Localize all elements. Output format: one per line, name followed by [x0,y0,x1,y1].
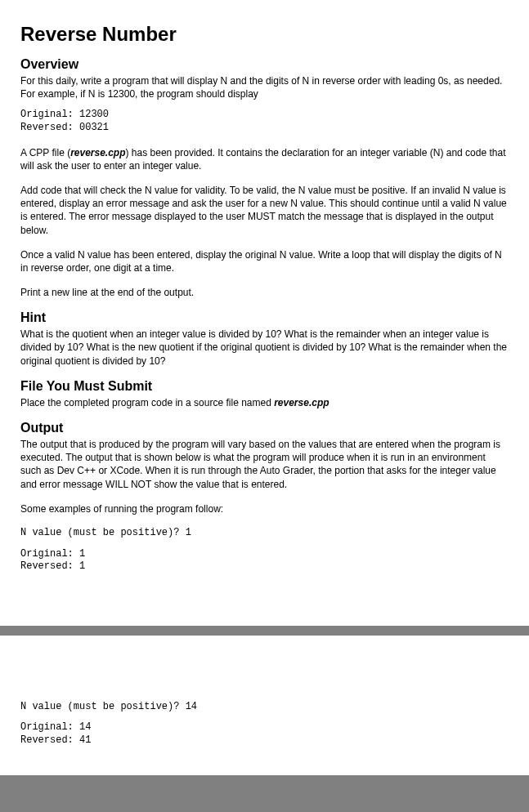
output-example-1-output: Original: 1 Reversed: 1 [20,548,509,573]
overview-code-example: Original: 12300 Reversed: 00321 [20,109,509,134]
page-2: N value (must be positive)? 14 Original:… [0,636,529,775]
overview-para-1a: For this daily, write a program that wil… [20,74,509,87]
hint-heading: Hint [20,310,509,325]
file-name: reverse.cpp [274,397,329,408]
output-heading: Output [20,421,509,435]
file-p1a: Place the completed program code in a so… [20,397,274,408]
page-1: Reverse Number Overview For this daily, … [0,0,529,626]
file-para-1: Place the completed program code in a so… [20,396,509,409]
overview-heading: Overview [20,57,509,72]
overview-para-5: Print a new line at the end of the outpu… [20,286,509,299]
overview-p2a: A CPP file ( [20,147,70,158]
output-example-2-output: Original: 14 Reversed: 41 [20,721,509,747]
overview-para-2: A CPP file (reverse.cpp) has been provid… [20,146,509,172]
overview-para-4: Once a valid N value has been entered, d… [20,248,509,274]
output-example-2-input: N value (must be positive)? 14 [20,701,509,714]
hint-para-1: What is the quotient when an integer val… [20,328,509,368]
output-para-2: Some examples of running the program fol… [20,502,509,515]
document-title: Reverse Number [20,23,509,46]
file-heading: File You Must Submit [20,379,509,394]
output-para-1: The output that is produced by the progr… [20,438,509,491]
overview-file-name: reverse.cpp [70,147,125,158]
overview-para-1b: For example, if N is 12300, the program … [20,87,509,100]
output-example-1-input: N value (must be positive)? 1 [20,527,509,540]
overview-para-3: Add code that will check the N value for… [20,184,509,237]
